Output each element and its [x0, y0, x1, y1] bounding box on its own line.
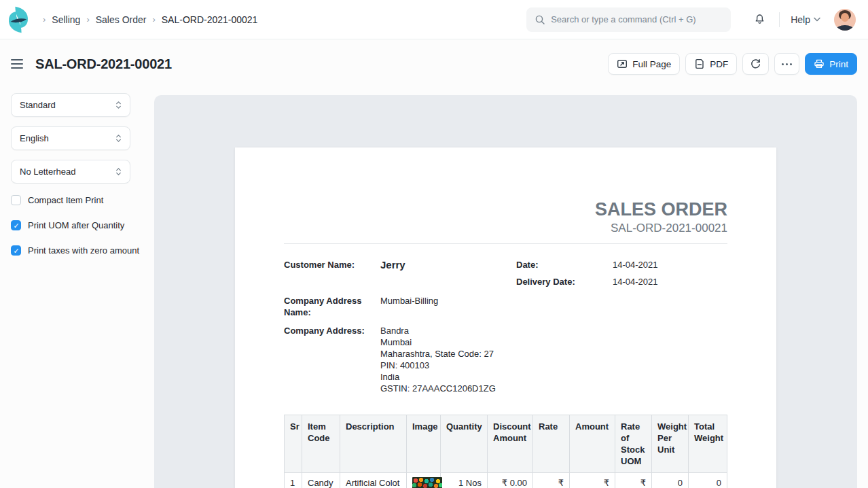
print-format-value: Standard — [20, 100, 56, 110]
cell-item-code: Candy — [302, 473, 340, 488]
letterhead-select[interactable]: No Letterhead — [11, 160, 130, 184]
table-row: 1 Candy Artificial Colot 1 Nos ₹ 0.00 ₹ … — [285, 473, 727, 488]
cell-quantity: 1 Nos — [441, 473, 488, 488]
col-rate: Rate — [533, 415, 570, 473]
pdf-button[interactable]: PDF — [685, 53, 737, 75]
toolbar-actions: Full Page PDF Print — [608, 53, 857, 75]
breadcrumb-sales-order[interactable]: Sales Order — [96, 14, 147, 25]
sidebar-toggle-menu-icon[interactable] — [11, 56, 23, 71]
company-address-name-label: Company Address Name: — [284, 295, 380, 318]
items-header-row: Sr Item Code Description Image Quantity … — [285, 415, 727, 473]
delivery-date-value: 14-04-2021 — [613, 276, 658, 287]
notifications-bell-icon[interactable] — [753, 12, 767, 27]
delivery-date-field: Delivery Date: 14-04-2021 — [516, 276, 727, 287]
cell-image — [407, 473, 441, 488]
global-search[interactable] — [526, 7, 731, 32]
cell-description: Artificial Colot — [340, 473, 407, 488]
pdf-file-icon — [694, 58, 705, 69]
print-preview-panel[interactable]: SALES ORDER SAL-ORD-2021-00021 Customer … — [154, 95, 857, 488]
compact-item-print-checkbox[interactable]: Compact Item Print — [11, 195, 143, 205]
company-address-name-field: Company Address Name: Mumbai-Billing — [284, 295, 516, 318]
col-description: Description — [340, 415, 407, 473]
company-address-value: Bandra Mumbai Maharashtra, State Code: 2… — [380, 325, 496, 394]
search-icon — [535, 14, 545, 25]
select-chevrons-icon — [114, 167, 123, 177]
select-chevrons-icon — [114, 133, 123, 143]
date-value: 14-04-2021 — [613, 259, 658, 271]
page-title: SAL-ORD-2021-00021 — [35, 56, 172, 72]
more-options-button[interactable] — [774, 53, 799, 75]
chevron-down-icon — [814, 17, 820, 22]
main-area: Standard English No Letterhead Compact I… — [0, 88, 868, 488]
avatar-shirt — [836, 25, 854, 31]
address-line: PIN: 400103 — [380, 360, 496, 371]
info-right-column: Date: 14-04-2021 Delivery Date: 14-04-20… — [516, 259, 727, 400]
printer-icon — [814, 58, 825, 69]
ellipsis-icon — [782, 54, 792, 74]
col-quantity: Quantity — [441, 415, 488, 473]
checkbox-label: Compact Item Print — [28, 195, 103, 205]
cell-sr: 1 — [285, 473, 302, 488]
items-table: Sr Item Code Description Image Quantity … — [284, 415, 727, 488]
chevron-right-icon: › — [43, 14, 46, 24]
cell-amount: ₹ 100.00 — [570, 473, 615, 488]
print-settings-sidebar: Standard English No Letterhead Compact I… — [0, 88, 154, 271]
customer-name-field: Customer Name: Jerry — [284, 259, 516, 271]
company-address-name-value: Mumbai-Billing — [380, 295, 438, 318]
col-weight-per-unit: Weight Per Unit — [652, 415, 689, 473]
cell-discount-amount: ₹ 0.00 — [488, 473, 533, 488]
top-navbar: › Selling › Sales Order › SAL-ORD-2021-0… — [0, 0, 868, 39]
print-preview-paper: SALES ORDER SAL-ORD-2021-00021 Customer … — [235, 147, 776, 488]
cell-rate-of-stock-uom: ₹ — [615, 473, 652, 488]
checkbox-icon — [11, 245, 21, 256]
address-line: GSTIN: 27AAACC1206D1ZG — [380, 383, 496, 394]
date-field: Date: 14-04-2021 — [516, 259, 727, 271]
date-label: Date: — [516, 259, 613, 271]
cell-total-weight: 0 — [689, 473, 727, 488]
chevron-right-icon: › — [152, 14, 155, 24]
language-value: English — [20, 133, 49, 143]
print-uom-after-quantity-checkbox[interactable]: Print UOM after Quantity — [11, 220, 143, 230]
app-logo-icon[interactable] — [7, 6, 30, 33]
breadcrumb-selling[interactable]: Selling — [52, 14, 80, 25]
col-amount: Amount — [570, 415, 615, 473]
document-heading-block: SALES ORDER SAL-ORD-2021-00021 — [284, 198, 727, 235]
full-page-label: Full Page — [632, 59, 671, 69]
breadcrumb-current-doc[interactable]: SAL-ORD-2021-00021 — [162, 14, 258, 25]
print-format-select[interactable]: Standard — [11, 93, 130, 117]
help-label: Help — [791, 14, 810, 25]
user-avatar[interactable] — [834, 9, 856, 31]
letterhead-value: No Letterhead — [20, 167, 75, 177]
cell-weight-per-unit: 0 — [652, 473, 689, 488]
info-left-column: Customer Name: Jerry Company Address Nam… — [284, 259, 516, 400]
help-menu[interactable]: Help — [791, 14, 820, 25]
col-sr: Sr — [285, 415, 302, 473]
search-input[interactable] — [551, 14, 723, 24]
customer-name-value: Jerry — [380, 259, 405, 271]
print-button[interactable]: Print — [805, 53, 857, 75]
print-taxes-zero-amount-checkbox[interactable]: Print taxes with zero amount — [11, 245, 143, 256]
sales-order-document: SALES ORDER SAL-ORD-2021-00021 Customer … — [284, 198, 727, 488]
page-toolbar: SAL-ORD-2021-00021 Full Page PDF Pr — [0, 39, 868, 88]
document-info-section: Customer Name: Jerry Company Address Nam… — [284, 259, 727, 400]
col-item-code: Item Code — [302, 415, 340, 473]
address-line: Bandra — [380, 325, 496, 336]
address-line: India — [380, 371, 496, 383]
refresh-button[interactable] — [742, 53, 769, 75]
navbar-divider — [779, 12, 780, 27]
print-options: Compact Item Print Print UOM after Quant… — [11, 195, 143, 256]
heading-divider — [284, 243, 727, 244]
full-page-button[interactable]: Full Page — [608, 53, 680, 75]
breadcrumb: › Selling › Sales Order › SAL-ORD-2021-0… — [37, 14, 257, 25]
language-select[interactable]: English — [11, 126, 130, 150]
select-chevrons-icon — [114, 100, 123, 110]
checkbox-label: Print UOM after Quantity — [28, 220, 124, 230]
cell-rate: ₹ — [533, 473, 570, 488]
refresh-icon — [750, 58, 761, 70]
pdf-label: PDF — [710, 59, 728, 69]
delivery-date-label: Delivery Date: — [516, 276, 613, 287]
col-image: Image — [407, 415, 441, 473]
address-line: Mumbai — [380, 336, 496, 348]
item-thumbnail-image — [412, 477, 442, 488]
chevron-right-icon: › — [86, 14, 89, 24]
